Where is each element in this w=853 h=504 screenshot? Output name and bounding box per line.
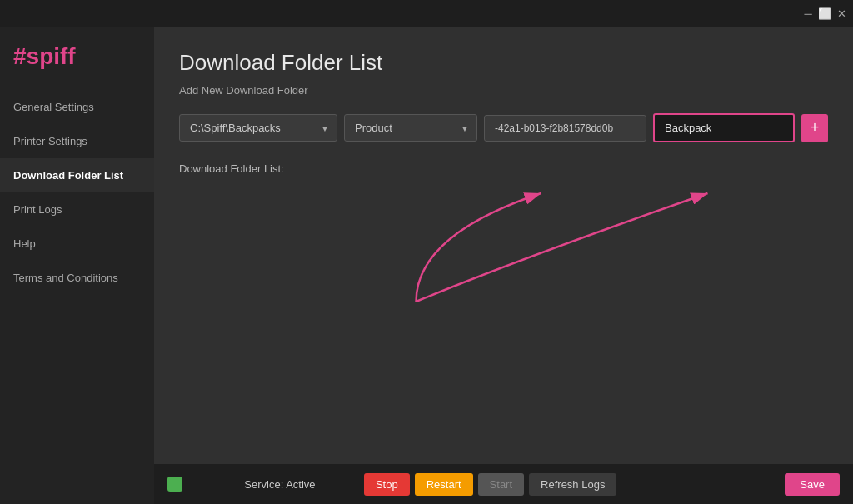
refresh-logs-button[interactable]: Refresh Logs — [529, 473, 616, 496]
annotation-arrows — [179, 185, 828, 318]
folder-name-input[interactable] — [653, 113, 795, 142]
sidebar-item-download-folder-list[interactable]: Download Folder List — [0, 158, 154, 192]
add-folder-button[interactable]: + — [801, 114, 828, 142]
stop-button[interactable]: Stop — [364, 473, 410, 496]
sidebar-item-general-settings[interactable]: General Settings — [0, 90, 154, 124]
save-button[interactable]: Save — [785, 473, 840, 496]
close-button[interactable]: ✕ — [836, 8, 846, 18]
restart-button[interactable]: Restart — [415, 473, 473, 496]
page-title: Download Folder List — [179, 50, 828, 76]
product-type-select[interactable]: Product — [344, 114, 477, 142]
folder-select-wrapper: C:\Spiff\Backpacks ▼ — [179, 114, 337, 142]
sidebar-item-printer-settings[interactable]: Printer Settings — [0, 124, 154, 158]
add-section-label: Add New Download Folder — [179, 84, 828, 97]
maximize-button[interactable]: ⬜ — [820, 8, 830, 18]
sidebar-nav: General Settings Printer Settings Downlo… — [0, 90, 154, 295]
sidebar-item-terms[interactable]: Terms and Conditions — [0, 261, 154, 295]
main-content: Download Folder List Add New Download Fo… — [154, 27, 853, 504]
sidebar-item-print-logs[interactable]: Print Logs — [0, 192, 154, 227]
bottom-buttons: Stop Restart Start Refresh Logs — [364, 473, 616, 496]
minimize-button[interactable]: ─ — [803, 8, 813, 18]
titlebar: ─ ⬜ ✕ — [0, 0, 853, 27]
sidebar: #spiff General Settings Printer Settings… — [0, 27, 154, 504]
arrows-area — [179, 185, 828, 318]
sidebar-item-help[interactable]: Help — [0, 227, 154, 261]
content-area: Download Folder List Add New Download Fo… — [154, 27, 853, 464]
app-layout: #spiff General Settings Printer Settings… — [0, 27, 853, 504]
download-folder-list-label: Download Folder List: — [179, 162, 828, 175]
folder-path-select[interactable]: C:\Spiff\Backpacks — [179, 114, 337, 142]
form-row: C:\Spiff\Backpacks ▼ Product ▼ + — [179, 113, 828, 142]
logo-text: #spiff — [13, 43, 76, 70]
start-button[interactable]: Start — [478, 473, 524, 496]
service-status-text: Service: Active — [196, 478, 364, 491]
status-indicator — [167, 477, 182, 492]
product-select-wrapper: Product ▼ — [344, 114, 477, 142]
uuid-input[interactable] — [484, 115, 646, 142]
logo: #spiff — [0, 27, 154, 90]
bottom-bar: Service: Active Stop Restart Start Refre… — [154, 464, 853, 504]
